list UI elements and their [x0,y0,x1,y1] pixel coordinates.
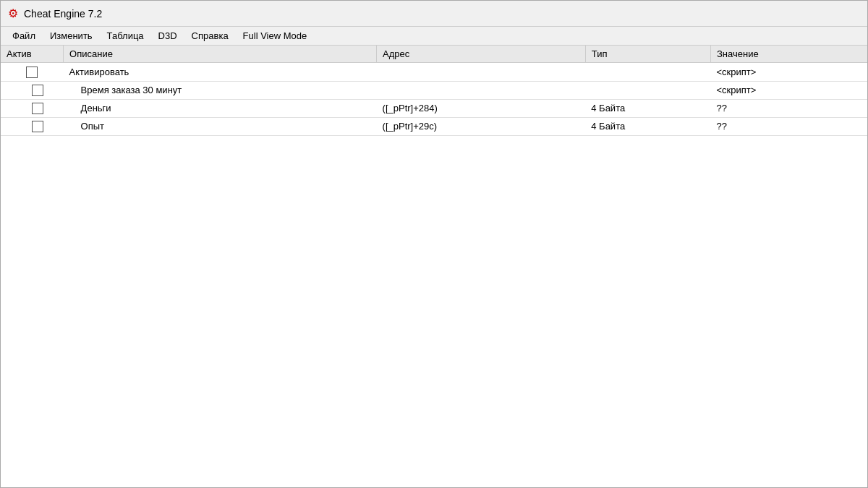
row-addr-text: ([_pPtr]+284) [383,103,438,114]
menu-table[interactable]: Таблица [101,28,150,43]
table-row: Деньги ([_pPtr]+284) 4 Байта ?? [1,99,867,117]
row-checkbox[interactable] [32,85,43,96]
table-row: Время заказа 30 минут <скрипт> [1,81,867,99]
cheat-table: Актив Описание Адрес Тип Значение Активи… [1,46,867,136]
window-title: Cheat Engine 7.2 [24,8,102,20]
row-value-text: ?? [716,121,726,132]
row-desc-text: Деньги [69,103,111,114]
row-value-cell: <скрипт> [710,63,867,82]
row-activ-cell [1,117,64,135]
table-header-row: Актив Описание Адрес Тип Значение [1,46,867,63]
row-addr-cell [377,63,586,82]
row-value-text: <скрипт> [716,67,756,77]
row-desc-cell: Опыт [64,117,377,135]
col-header-value: Значение [710,46,867,63]
col-header-addr: Адрес [377,46,586,63]
row-desc-text: Время заказа 30 минут [69,85,182,95]
row-checkbox[interactable] [32,121,43,132]
row-desc-text: Активировать [69,67,129,77]
row-activ-cell [1,99,64,117]
row-desc-cell: Активировать [64,63,377,82]
table-row: Активировать <скрипт> [1,63,867,82]
row-type-text: 4 Байта [591,121,625,132]
menu-edit[interactable]: Изменить [44,28,98,43]
menu-help[interactable]: Справка [186,28,234,43]
row-checkbox[interactable] [26,67,38,78]
menu-bar: Файл Изменить Таблица D3D Справка Full V… [1,27,867,46]
row-type-cell: 4 Байта [585,99,710,117]
row-checkbox[interactable] [32,103,43,114]
row-addr-cell: ([_pPtr]+284) [377,99,586,117]
row-desc-text: Опыт [69,121,104,132]
menu-d3d[interactable]: D3D [153,28,183,43]
main-window: ⚙ Cheat Engine 7.2 Файл Изменить Таблица… [0,0,868,488]
title-bar: ⚙ Cheat Engine 7.2 [1,1,867,27]
col-header-desc: Описание [64,46,377,63]
row-value-cell: <скрипт> [710,81,867,99]
row-desc-cell: Деньги [64,99,377,117]
row-type-cell [585,81,710,99]
row-value-cell: ?? [710,117,867,135]
row-addr-text: ([_pPtr]+29c) [383,121,438,132]
menu-fullview[interactable]: Full View Mode [237,28,313,43]
row-addr-cell [377,81,586,99]
row-value-cell: ?? [710,99,867,117]
col-header-type: Тип [585,46,710,63]
menu-file[interactable]: Файл [7,28,41,43]
row-type-cell: 4 Байта [585,117,710,135]
content-area: Актив Описание Адрес Тип Значение Активи… [1,46,867,487]
row-type-text: 4 Байта [591,103,625,114]
row-value-text: ?? [716,103,726,114]
row-value-text: <скрипт> [716,85,756,95]
row-type-cell [585,63,710,82]
row-activ-cell [1,63,64,82]
row-activ-cell [1,81,64,99]
col-header-activ: Актив [1,46,64,63]
table-row: Опыт ([_pPtr]+29c) 4 Байта ?? [1,117,867,135]
row-addr-cell: ([_pPtr]+29c) [377,117,586,135]
app-icon: ⚙ [8,7,18,20]
row-desc-cell: Время заказа 30 минут [64,81,377,99]
